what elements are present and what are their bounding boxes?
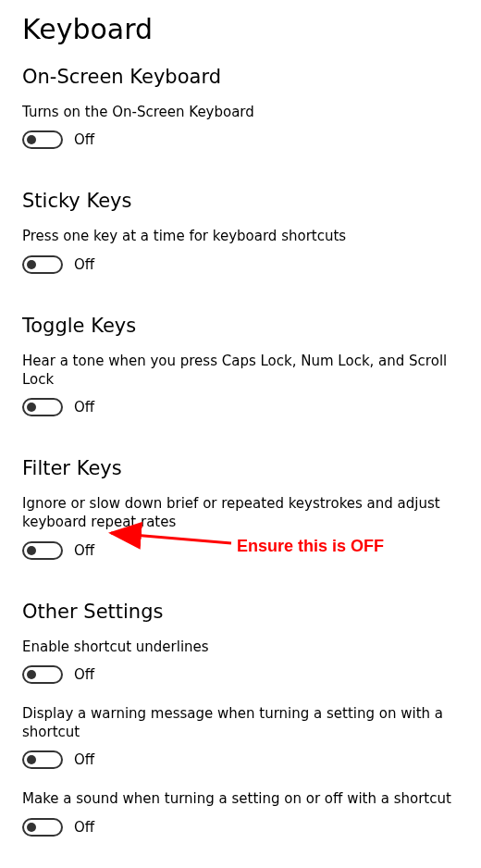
on-screen-keyboard-toggle[interactable] [22,130,63,149]
option-label: Turns on the On-Screen Keyboard [22,103,459,121]
toggle-state: Off [74,542,94,559]
option-block: Press one key at a time for keyboard sho… [22,227,459,273]
section-title: Other Settings [22,601,459,623]
filter-keys-toggle[interactable] [22,541,63,560]
toggle-thumb-icon [27,670,36,679]
sticky-keys-toggle[interactable] [22,255,63,274]
section-title: Toggle Keys [22,315,459,337]
toggle-thumb-icon [27,260,36,269]
section-on-screen-keyboard: On-Screen Keyboard Turns on the On-Scree… [22,66,459,149]
toggle-row: Off [22,818,459,837]
toggle-row: Off [22,750,459,769]
page-title: Keyboard [22,13,459,45]
section-title: On-Screen Keyboard [22,66,459,88]
toggle-row: Off [22,398,459,416]
toggle-thumb-icon [27,135,36,144]
toggle-thumb-icon [27,546,36,555]
toggle-row: Off [22,130,459,149]
option-label: Hear a tone when you press Caps Lock, Nu… [22,352,459,390]
make-sound-toggle[interactable] [22,818,63,837]
section-title: Filter Keys [22,457,459,479]
toggle-state: Off [74,256,94,273]
toggle-state: Off [74,666,94,683]
option-block: Display a warning message when turning a… [22,704,459,770]
toggle-thumb-icon [27,403,36,412]
toggle-row: Off [22,255,459,274]
option-label: Enable shortcut underlines [22,638,459,656]
option-block: Make a sound when turning a setting on o… [22,789,459,836]
option-label: Press one key at a time for keyboard sho… [22,227,459,245]
toggle-state: Off [74,399,94,415]
option-label: Ignore or slow down brief or repeated ke… [22,494,459,532]
toggle-keys-toggle[interactable] [22,398,63,416]
enable-shortcut-underlines-toggle[interactable] [22,665,63,684]
annotation-text: Ensure this is OFF [237,537,384,556]
option-label: Display a warning message when turning a… [22,704,459,742]
toggle-thumb-icon [27,755,36,764]
section-sticky-keys: Sticky Keys Press one key at a time for … [22,190,459,273]
toggle-thumb-icon [27,823,36,832]
section-title: Sticky Keys [22,190,459,212]
option-block: Turns on the On-Screen Keyboard Off [22,103,459,149]
section-other-settings: Other Settings Enable shortcut underline… [22,601,459,837]
toggle-state: Off [74,131,94,148]
option-label: Make a sound when turning a setting on o… [22,789,459,808]
section-toggle-keys: Toggle Keys Hear a tone when you press C… [22,315,459,417]
toggle-state: Off [74,819,94,836]
toggle-state: Off [74,751,94,768]
option-block: Enable shortcut underlines Off [22,638,459,684]
option-block: Hear a tone when you press Caps Lock, Nu… [22,352,459,417]
warning-message-toggle[interactable] [22,750,63,769]
toggle-row: Off [22,665,459,684]
